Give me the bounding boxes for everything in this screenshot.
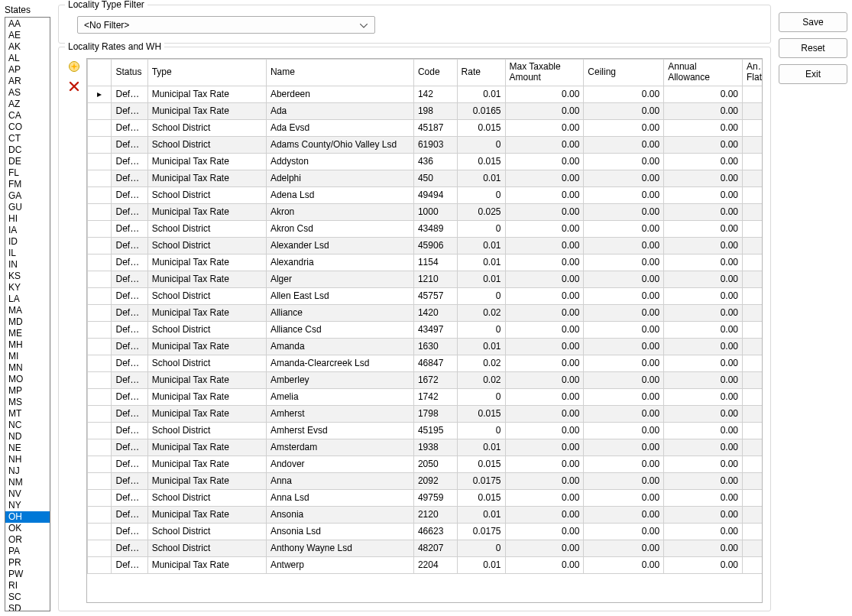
table-row[interactable]: DefaultSchool DistrictAdena Lsd4949400.0… <box>88 186 763 203</box>
cell-code[interactable]: 43489 <box>413 220 457 237</box>
cell-name[interactable]: Adelphi <box>266 170 413 186</box>
cell-type[interactable]: Municipal Tax Rate <box>147 371 266 388</box>
state-item[interactable]: NY <box>5 500 50 511</box>
cell-rate[interactable]: 0.015 <box>457 405 505 422</box>
cell-name[interactable]: Adams County/Ohio Valley Lsd <box>266 136 413 153</box>
cell-name[interactable]: Amanda <box>266 338 413 355</box>
table-row[interactable]: DefaultSchool DistrictAmherst Evsd451950… <box>88 422 763 439</box>
cell-ceiling[interactable]: 0.00 <box>584 355 664 371</box>
state-item[interactable]: MP <box>5 385 50 397</box>
cell-flat[interactable] <box>743 439 763 456</box>
table-row[interactable]: DefaultMunicipal Tax RateAmsterdam19380.… <box>88 439 763 456</box>
cell-code[interactable]: 2050 <box>413 456 457 472</box>
cell-name[interactable]: Amherst Evsd <box>266 422 413 439</box>
cell-code[interactable]: 1672 <box>413 371 457 388</box>
cell-type[interactable]: School District <box>147 540 266 556</box>
cell-status[interactable]: Default <box>112 136 147 153</box>
cell-flat[interactable] <box>743 237 763 254</box>
cell-allowance[interactable]: 0.00 <box>664 136 743 153</box>
cell-type[interactable]: School District <box>147 523 266 540</box>
state-item[interactable]: ND <box>5 431 50 443</box>
cell-name[interactable]: Alexandria <box>266 254 413 271</box>
cell-name[interactable]: Allen East Lsd <box>266 287 413 304</box>
add-row-icon[interactable] <box>67 60 81 73</box>
cell-rate[interactable]: 0 <box>457 321 505 338</box>
cell-type[interactable]: School District <box>147 355 266 371</box>
cell-code[interactable]: 49494 <box>413 186 457 203</box>
state-item[interactable]: AZ <box>5 99 50 110</box>
col-indicator[interactable] <box>88 60 112 86</box>
state-item[interactable]: SD <box>5 603 50 611</box>
cell-flat[interactable] <box>743 287 763 304</box>
cell-ceiling[interactable]: 0.00 <box>584 489 664 506</box>
locality-type-filter-combo[interactable]: <No Filter> <box>77 16 375 34</box>
state-item[interactable]: GA <box>5 190 50 202</box>
cell-flat[interactable] <box>743 405 763 422</box>
cell-code[interactable]: 1630 <box>413 338 457 355</box>
state-item[interactable]: FL <box>5 167 50 179</box>
cell-rate[interactable]: 0.02 <box>457 371 505 388</box>
cell-max[interactable]: 0.00 <box>505 506 584 523</box>
state-item[interactable]: IL <box>5 248 50 259</box>
table-row[interactable]: DefaultMunicipal Tax RateAlexandria11540… <box>88 254 763 271</box>
state-item[interactable]: MS <box>5 397 50 408</box>
cell-code[interactable]: 45906 <box>413 237 457 254</box>
cell-name[interactable]: Adena Lsd <box>266 186 413 203</box>
cell-type[interactable]: Municipal Tax Rate <box>147 439 266 456</box>
cell-flat[interactable] <box>743 321 763 338</box>
cell-status[interactable]: Default <box>112 371 147 388</box>
cell-allowance[interactable]: 0.00 <box>664 220 743 237</box>
cell-max[interactable]: 0.00 <box>505 237 584 254</box>
cell-status[interactable]: Default <box>112 540 147 556</box>
table-row[interactable]: DefaultMunicipal Tax RateAnna20920.01750… <box>88 472 763 489</box>
state-item[interactable]: IA <box>5 225 50 236</box>
cell-name[interactable]: Antwerp <box>266 556 413 573</box>
cell-allowance[interactable]: 0.00 <box>664 439 743 456</box>
cell-name[interactable]: Akron <box>266 203 413 220</box>
cell-allowance[interactable]: 0.00 <box>664 119 743 136</box>
table-row[interactable]: DefaultMunicipal Tax RateAnsonia21200.01… <box>88 506 763 523</box>
cell-type[interactable]: Municipal Tax Rate <box>147 556 266 573</box>
state-item[interactable]: AS <box>5 87 50 99</box>
cell-max[interactable]: 0.00 <box>505 203 584 220</box>
cell-ceiling[interactable]: 0.00 <box>584 456 664 472</box>
col-flat[interactable]: Annua Flat A <box>743 60 763 86</box>
cell-allowance[interactable]: 0.00 <box>664 203 743 220</box>
cell-type[interactable]: School District <box>147 489 266 506</box>
cell-rate[interactable]: 0.01 <box>457 556 505 573</box>
cell-code[interactable]: 1742 <box>413 388 457 405</box>
state-item[interactable]: HI <box>5 213 50 225</box>
col-code[interactable]: Code <box>413 60 457 86</box>
state-item[interactable]: AL <box>5 53 50 64</box>
cell-allowance[interactable]: 0.00 <box>664 321 743 338</box>
cell-type[interactable]: School District <box>147 422 266 439</box>
cell-max[interactable]: 0.00 <box>505 405 584 422</box>
cell-name[interactable]: Akron Csd <box>266 220 413 237</box>
cell-name[interactable]: Ansonia Lsd <box>266 523 413 540</box>
cell-flat[interactable] <box>743 489 763 506</box>
cell-flat[interactable] <box>743 371 763 388</box>
cell-max[interactable]: 0.00 <box>505 338 584 355</box>
cell-allowance[interactable]: 0.00 <box>664 271 743 287</box>
state-item[interactable]: AP <box>5 64 50 76</box>
cell-ceiling[interactable]: 0.00 <box>584 237 664 254</box>
state-item[interactable]: SC <box>5 592 50 603</box>
cell-code[interactable]: 436 <box>413 153 457 170</box>
cell-code[interactable]: 48207 <box>413 540 457 556</box>
cell-ceiling[interactable]: 0.00 <box>584 220 664 237</box>
cell-ceiling[interactable]: 0.00 <box>584 371 664 388</box>
cell-allowance[interactable]: 0.00 <box>664 489 743 506</box>
reset-button[interactable]: Reset <box>779 38 847 58</box>
cell-rate[interactable]: 0 <box>457 540 505 556</box>
state-item[interactable]: GU <box>5 202 50 213</box>
table-row[interactable]: DefaultMunicipal Tax RateAntwerp22040.01… <box>88 556 763 573</box>
table-row[interactable]: ▸DefaultMunicipal Tax RateAberdeen1420.0… <box>88 86 763 102</box>
cell-rate[interactable]: 0 <box>457 388 505 405</box>
cell-status[interactable]: Default <box>112 304 147 321</box>
cell-type[interactable]: Municipal Tax Rate <box>147 203 266 220</box>
cell-max[interactable]: 0.00 <box>505 489 584 506</box>
cell-type[interactable]: Municipal Tax Rate <box>147 271 266 287</box>
state-item[interactable]: RI <box>5 580 50 592</box>
cell-type[interactable]: School District <box>147 119 266 136</box>
state-item[interactable]: MH <box>5 339 50 351</box>
